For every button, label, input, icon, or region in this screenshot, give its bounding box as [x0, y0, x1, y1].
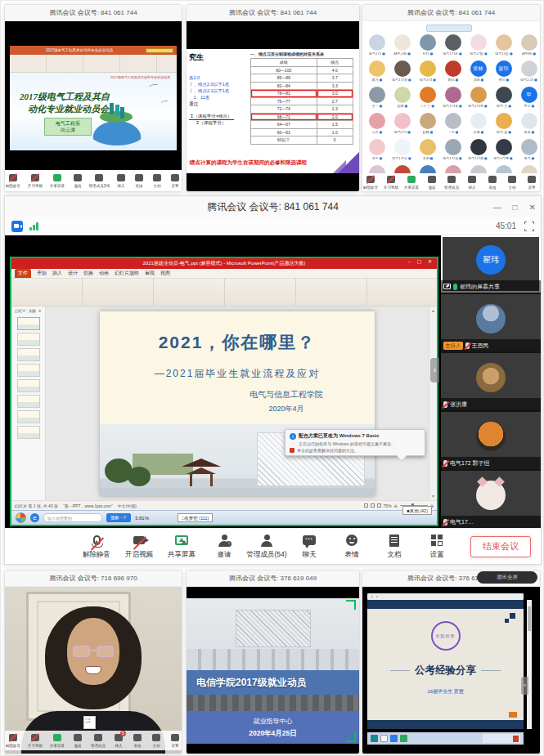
- mini-toolbar-item[interactable]: 邀请: [424, 176, 439, 190]
- slide-thumbnail[interactable]: [17, 426, 40, 439]
- participant-cell[interactable]: 电气171: [366, 34, 388, 56]
- close-button[interactable]: ✕: [529, 203, 536, 212]
- mini-toolbar-item[interactable]: 共享屏幕: [49, 174, 65, 188]
- mini-toolbar-item[interactable]: 表情: [133, 174, 145, 188]
- maximize-button[interactable]: □: [513, 203, 518, 212]
- search-box[interactable]: [146, 48, 173, 53]
- participant-cell[interactable]: 电气2-19: [518, 60, 540, 82]
- participant-cell[interactable]: 电气171张: [442, 34, 464, 56]
- windows-notification[interactable]: i配色方案已更改为 Windows 7 Basic 正在运行的程序与 Windo…: [285, 429, 425, 456]
- participant-cell[interactable]: 电气172韩: [467, 87, 489, 108]
- participant-cell[interactable]: 听风: [518, 113, 540, 134]
- thumbnail-list[interactable]: [17, 315, 40, 439]
- tab-outline[interactable]: 大纲: [29, 309, 36, 313]
- mini-toolbar-item[interactable]: 解除静音: [5, 734, 21, 748]
- participant-cell[interactable]: 富印富印: [492, 60, 515, 82]
- browser-icon[interactable]: e: [30, 513, 39, 522]
- participant-cell[interactable]: 张竹: [416, 34, 438, 56]
- participant-cell[interactable]: 松狮: [467, 113, 489, 134]
- toolbar-set-button[interactable]: 设置: [416, 534, 458, 560]
- participant-cell[interactable]: 电气·王: [492, 87, 515, 108]
- thumbnail-tabs[interactable]: 幻灯片 大纲 ✕: [15, 306, 41, 315]
- participant-cell[interactable]: 电气17赵: [492, 34, 515, 56]
- mini-toolbar-item[interactable]: 设置: [169, 734, 182, 748]
- participant-cell[interactable]: 电气173李: [442, 87, 464, 108]
- participant-cell[interactable]: 李明: [416, 139, 438, 160]
- mini-toolbar-item[interactable]: 文档: [151, 174, 164, 188]
- meeting-security-icon[interactable]: [11, 221, 23, 232]
- mini-toolbar-item[interactable]: 开启视频: [383, 176, 399, 190]
- ribbon-tab-3[interactable]: 插入: [52, 270, 62, 277]
- close-icon[interactable]: ✕: [38, 309, 42, 313]
- toolbar-chat-button[interactable]: 聊天: [288, 534, 330, 560]
- participant-tile[interactable]: 张洪康: [441, 353, 541, 410]
- slide-thumbnails-pane[interactable]: 幻灯片 大纲 ✕: [11, 306, 46, 500]
- slide-thumbnail[interactable]: [17, 333, 40, 346]
- ribbon-tab-9[interactable]: 视图: [160, 270, 170, 277]
- toolbar-scr-button[interactable]: 共享屏幕: [160, 534, 203, 560]
- participant-cell[interactable]: 电气172刘: [391, 60, 413, 82]
- participant-cell[interactable]: 电气173: [391, 113, 413, 134]
- taskbar-app-icon[interactable]: [371, 735, 378, 742]
- mini-toolbar-item[interactable]: 聊天: [115, 174, 127, 188]
- scrollbar[interactable]: ▲▼: [429, 306, 437, 500]
- ribbon-tab-6[interactable]: 动画: [99, 270, 109, 277]
- mini-toolbar-item[interactable]: 共享屏幕: [403, 176, 420, 190]
- participant-tile[interactable]: 翟玮 翟玮的屏幕共享: [441, 235, 541, 293]
- participant-cell[interactable]: 笑林笑林: [467, 60, 489, 82]
- mini-toolbar-item[interactable]: 聊天: [464, 176, 479, 190]
- participant-cell[interactable]: 电气172安: [391, 139, 413, 160]
- slide-thumbnail[interactable]: [17, 410, 40, 423]
- chevron-right-icon[interactable]: ›: [521, 677, 528, 695]
- toolbar-emo-button[interactable]: 表情: [330, 534, 373, 560]
- participant-cell[interactable]: 甲甲工: [518, 87, 540, 108]
- mini-toolbar-item[interactable]: 表情: [131, 734, 144, 748]
- ppt-titlebar[interactable]: 2021届就业动员-电气.ppt (兼容模式) - Microsoft Powe…: [11, 258, 437, 269]
- ribbon-tab-7[interactable]: 幻灯片放映: [115, 270, 139, 277]
- ribbon-tab-4[interactable]: 设计: [68, 270, 78, 277]
- mini-toolbar-item[interactable]: 开启视频: [27, 174, 43, 188]
- mini-toolbar-item[interactable]: 管理成员: [90, 734, 106, 748]
- exit-fullscreen-button[interactable]: 退出全屏: [477, 571, 537, 584]
- participant-cell[interactable]: 郭达: [442, 60, 464, 82]
- mini-toolbar-item[interactable]: 设置: [524, 176, 540, 190]
- toolbar-inv-button[interactable]: +邀请: [203, 534, 245, 560]
- toolbar-cam-button[interactable]: 开启视频: [118, 534, 160, 560]
- ribbon-tab-5[interactable]: 切换: [83, 270, 93, 277]
- participant-cell[interactable]: 赵斌: [391, 87, 413, 108]
- caret-up-icon[interactable]: [182, 540, 187, 544]
- participant-cell[interactable]: APP研: [518, 34, 540, 56]
- end-meeting-button[interactable]: 结束会议: [470, 536, 531, 557]
- mini-toolbar-item[interactable]: 表情: [484, 176, 500, 190]
- participant-cell[interactable]: 王一: [366, 87, 388, 108]
- mini-toolbar-item[interactable]: 管理成员(54): [89, 174, 109, 188]
- ppt-ribbon[interactable]: [10, 55, 177, 73]
- participant-tile[interactable]: 主持人 王恩民: [441, 294, 541, 351]
- mini-toolbar-item[interactable]: 文档: [504, 176, 519, 190]
- mini-toolbar-item[interactable]: 解除静音: [362, 176, 379, 190]
- taskbar-app-icon[interactable]: [380, 735, 388, 742]
- ribbon-tab-1[interactable]: 文件: [15, 269, 31, 278]
- toolbar-doc-button[interactable]: 文档: [373, 534, 416, 560]
- participant-cell[interactable]: 赵青: [416, 113, 438, 134]
- participant-cell[interactable]: 电气172董: [492, 139, 515, 160]
- main-titlebar[interactable]: 腾讯会议 会议号: 841 061 744 — □ ✕: [5, 196, 541, 217]
- slide-thumbnail[interactable]: [17, 317, 40, 330]
- mini-toolbar-item[interactable]: 邀请: [71, 174, 83, 188]
- slide-thumbnail[interactable]: [17, 395, 40, 408]
- participant-cell[interactable]: 电气172高: [467, 139, 489, 160]
- start-button[interactable]: [16, 512, 26, 523]
- ribbon-tab-8[interactable]: 审阅: [145, 270, 155, 277]
- mini-toolbar-item[interactable]: 开启视频: [27, 734, 43, 748]
- mini-toolbar-item[interactable]: 解除静音: [5, 174, 21, 188]
- participant-cell[interactable]: 电气17陈: [467, 34, 489, 56]
- minimize-button[interactable]: —: [493, 203, 501, 212]
- toolbar-mic-button[interactable]: 解除静音: [75, 534, 118, 560]
- participant-tile[interactable]: 电气17…: [441, 471, 541, 528]
- search-input[interactable]: 输入你想要的: [43, 513, 102, 522]
- mini-toolbar-item[interactable]: 文档: [150, 734, 163, 748]
- participant-cell[interactable]: 电气172吴: [442, 139, 464, 160]
- taskbar-app-icon[interactable]: [390, 735, 398, 742]
- slide-thumbnail[interactable]: [17, 364, 40, 377]
- mini-toolbar-item[interactable]: 聊天: [112, 734, 125, 748]
